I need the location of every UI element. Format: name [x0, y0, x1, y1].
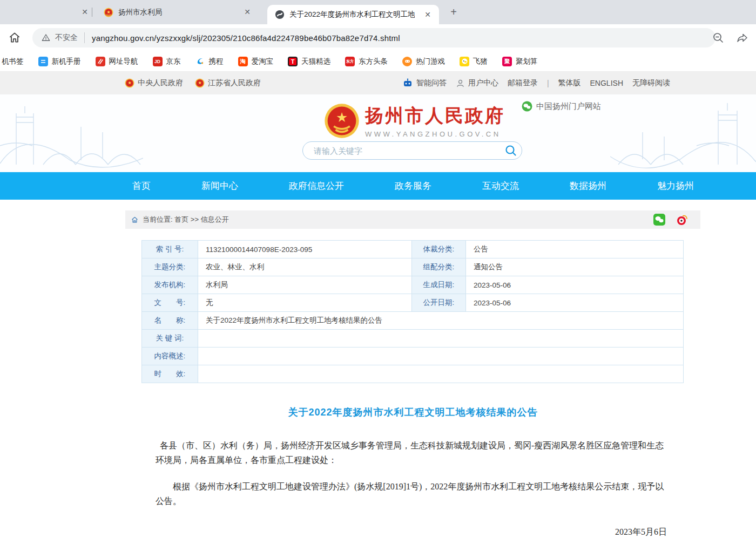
- meta-value: 公告: [466, 241, 684, 258]
- bookmark-label: 聚划算: [516, 57, 538, 66]
- bookmark-dongfang[interactable]: 东方 东方头条: [345, 57, 388, 66]
- nav-item-info-disclosure[interactable]: 政府信息公开: [289, 180, 344, 192]
- meta-label: 体裁分类:: [412, 241, 466, 258]
- table-row: 内容概述:: [142, 348, 684, 365]
- bookmark-label: 新机手册: [52, 57, 81, 66]
- english-link[interactable]: ENGLISH: [590, 79, 623, 87]
- not-secure-warning-icon: [41, 33, 51, 43]
- svg-text:★: ★: [198, 80, 201, 85]
- table-row: 索 引 号: 11321000014407098E-2023-095 体裁分类:…: [142, 241, 684, 258]
- link-central-gov[interactable]: ★ 中央人民政府: [125, 78, 183, 88]
- table-row: 时 效:: [142, 365, 684, 383]
- tab-title: 扬州市水利局: [118, 8, 237, 17]
- table-row: 发布机构: 水利局 生成日期: 2023-05-06: [142, 276, 684, 294]
- bookmark-label: 机书签: [2, 57, 24, 66]
- tab-separator: [92, 8, 92, 17]
- traditional-link[interactable]: 繁体版: [558, 78, 581, 88]
- close-icon[interactable]: ✕: [80, 7, 90, 17]
- meta-value: 通知公告: [466, 258, 684, 276]
- search-icon: [504, 144, 517, 157]
- link-label: 用户中心: [468, 78, 498, 88]
- smart-qa-link[interactable]: 智能问答: [402, 78, 447, 88]
- bookmark-aitaobao[interactable]: 淘 爱淘宝: [238, 57, 274, 66]
- accessibility-link[interactable]: 无障碍阅读: [632, 78, 670, 88]
- table-row: 文 号: 无 公开日期: 2023-05-06: [142, 294, 684, 312]
- article-paragraph: 根据《扬州市水利工程文明工地建设管理办法》(扬水规[2019]1号)，2022年…: [156, 479, 667, 508]
- game-icon: [402, 57, 412, 66]
- nav-item-interaction[interactable]: 互动交流: [482, 180, 519, 192]
- article-date: 2023年5月6日: [156, 525, 667, 538]
- link-label: 江苏省人民政府: [208, 78, 261, 88]
- url-omnibox[interactable]: 不安全 yangzhou.gov.cn/yzszxxgk/slj/202305/…: [32, 28, 716, 47]
- breadcrumb-text[interactable]: 当前位置: 首页 >> 信息公开: [143, 215, 229, 224]
- site-header: ★ 扬州市人民政府 WWW.YANGZHOU.GOV.CN 中国扬州门户网站: [0, 94, 756, 172]
- nav-item-services[interactable]: 政务服务: [395, 180, 431, 192]
- wechat-share-icon[interactable]: [653, 213, 666, 226]
- bookmark-games[interactable]: 热门游戏: [402, 57, 445, 66]
- home-icon[interactable]: [131, 216, 139, 224]
- dongfang-icon: 东方: [345, 57, 355, 66]
- meta-value: 无: [198, 294, 412, 312]
- close-icon[interactable]: ✕: [242, 7, 252, 17]
- search-input[interactable]: [303, 146, 500, 155]
- national-emblem-icon: ★: [125, 78, 134, 88]
- bridge-art-left: [0, 94, 143, 172]
- meta-label: 名 称:: [142, 312, 198, 330]
- nav-item-charm[interactable]: 魅力扬州: [657, 180, 694, 192]
- bookmark-label: 携程: [209, 57, 224, 66]
- meta-label: 组配分类:: [412, 258, 466, 276]
- bookmark-fliggy[interactable]: 飞猪: [460, 57, 488, 66]
- portal-link[interactable]: 中国扬州门户网站: [522, 101, 601, 112]
- bookmark-jd[interactable]: JD 京东: [153, 57, 181, 66]
- meta-value: 2023-05-06: [466, 294, 684, 312]
- browser-address-bar: 不安全 yangzhou.gov.cn/yzszxxgk/slj/202305/…: [0, 24, 756, 51]
- home-icon[interactable]: [8, 31, 22, 45]
- bookmark-tmall[interactable]: T 天猫精选: [288, 57, 330, 66]
- national-emblem-icon: ★: [104, 8, 113, 17]
- bookmark-phone-bookmarks[interactable]: 机书签: [2, 57, 24, 66]
- new-tab-button[interactable]: +: [446, 5, 461, 20]
- tab-yangzhou-water-bureau[interactable]: ★ 扬州市水利局 ✕: [96, 0, 264, 24]
- separator: |: [547, 79, 549, 87]
- bookmark-juhuasuan[interactable]: 聚 聚划算: [502, 57, 538, 66]
- link-jiangsu-gov[interactable]: ★ 江苏省人民政府: [195, 78, 261, 88]
- site-url-text: WWW.YANGZHOU.GOV.CN: [365, 130, 505, 138]
- meta-value: 关于2022年度扬州市水利工程文明工地考核结果的公告: [198, 312, 684, 330]
- omnibox-divider: [84, 32, 85, 43]
- link-label: 智能问答: [416, 78, 447, 88]
- bookmark-label: 京东: [166, 57, 181, 66]
- nav-item-home[interactable]: 首页: [132, 180, 151, 192]
- meta-label: 索 引 号:: [142, 241, 198, 258]
- main-nav: 首页 新闻中心 政府信息公开 政务服务 互动交流 数据扬州 魅力扬州: [0, 172, 756, 200]
- nav-item-news[interactable]: 新闻中心: [201, 180, 238, 192]
- user-icon: [456, 79, 465, 88]
- meta-label: 时 效:: [142, 365, 198, 383]
- bookmark-ctrip[interactable]: 携程: [195, 57, 224, 66]
- search-button[interactable]: [500, 142, 522, 159]
- close-icon[interactable]: ✕: [423, 10, 433, 19]
- svg-text:★: ★: [336, 110, 348, 125]
- security-label: 不安全: [55, 33, 78, 43]
- bookmark-manual[interactable]: 新机手册: [38, 57, 81, 66]
- table-row: 主题分类: 农业、林业、水利 组配分类: 通知公告: [142, 258, 684, 276]
- meta-label: 生成日期:: [412, 276, 466, 294]
- site-logo-group[interactable]: ★ 扬州市人民政府 WWW.YANGZHOU.GOV.CN: [324, 103, 505, 139]
- meta-label: 文 号:: [142, 294, 198, 312]
- nav-item-data[interactable]: 数据扬州: [570, 180, 606, 192]
- bookmark-label: 天猫精选: [301, 57, 330, 66]
- zoom-out-icon[interactable]: [712, 31, 725, 44]
- bridge-art-right: [610, 94, 756, 172]
- bookmark-label: 飞猪: [473, 57, 488, 66]
- weibo-share-icon[interactable]: [676, 213, 688, 226]
- content-card: 当前位置: 首页 >> 信息公开 索 引 号: 1132100001440709…: [125, 210, 700, 538]
- meta-value: 2023-05-06: [466, 276, 684, 294]
- manual-icon: [38, 57, 48, 66]
- bookmarks-bar: 机书签 新机手册 网址导航 JD 京东 携程 淘 爱淘宝 T 天猫精选 东方 东…: [0, 51, 756, 72]
- article-title: 关于2022年度扬州市水利工程文明工地考核结果的公告: [125, 406, 700, 419]
- user-center-link[interactable]: 用户中心: [456, 78, 498, 88]
- tmall-icon: T: [288, 57, 298, 66]
- share-icon[interactable]: [735, 31, 748, 44]
- mail-login-link[interactable]: 邮箱登录: [508, 78, 538, 88]
- bookmark-nav-site[interactable]: 网址导航: [96, 57, 138, 66]
- tab-announcement-active[interactable]: 关于2022年度扬州市水利工程文明工地考核结果的公告 ✕: [267, 5, 439, 24]
